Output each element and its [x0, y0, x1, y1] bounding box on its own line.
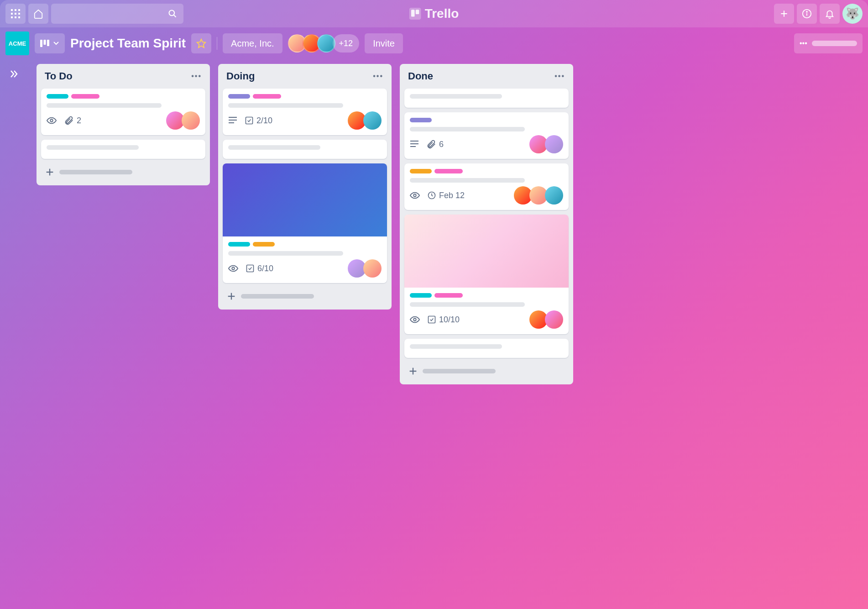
star-button[interactable]: [191, 33, 211, 53]
card[interactable]: 10/10: [404, 215, 569, 334]
topbar: Trello 🐺: [0, 0, 868, 27]
sidebar-expand-button[interactable]: [8, 68, 19, 79]
list-menu-button[interactable]: •••: [191, 72, 202, 80]
label-pill[interactable]: [410, 293, 432, 298]
add-card-button[interactable]: [404, 362, 569, 380]
list-menu-button[interactable]: •••: [554, 72, 565, 80]
search-icon: [168, 9, 177, 18]
svg-rect-1: [15, 9, 16, 11]
card[interactable]: [404, 89, 569, 108]
workspace-logo[interactable]: ACME: [5, 31, 29, 55]
label-pill[interactable]: [228, 94, 250, 99]
checklist-badge: 10/10: [427, 315, 460, 325]
label-pill[interactable]: [47, 94, 68, 99]
label-pill[interactable]: [71, 94, 99, 99]
card-members[interactable]: [529, 135, 563, 153]
list-title[interactable]: Doing: [226, 70, 255, 82]
create-button[interactable]: [774, 4, 794, 24]
card[interactable]: 2: [41, 89, 205, 135]
board-menu-button[interactable]: •••: [794, 33, 863, 53]
card-labels: [410, 118, 563, 122]
list[interactable]: Doing ••• 2/106/10: [218, 64, 392, 310]
board-title[interactable]: Project Team Spirit: [70, 36, 186, 51]
svg-point-23: [50, 119, 53, 122]
plus-icon: [408, 366, 418, 376]
card[interactable]: 2/10: [223, 89, 387, 135]
description-badge: [228, 116, 237, 125]
svg-rect-13: [416, 10, 419, 14]
label-pill[interactable]: [434, 293, 463, 298]
attachments-badge: 6: [426, 139, 444, 149]
member-avatar[interactable]: [363, 111, 382, 130]
member-avatar[interactable]: [545, 135, 563, 153]
member-avatar[interactable]: [363, 259, 382, 278]
board-icon: [40, 40, 49, 47]
notifications-button[interactable]: [820, 4, 840, 24]
svg-rect-31: [247, 265, 254, 272]
card-cover: [223, 163, 387, 236]
svg-rect-4: [15, 13, 16, 15]
trello-logo-icon: [409, 8, 421, 20]
svg-point-37: [413, 194, 416, 197]
svg-rect-8: [18, 16, 20, 18]
member-avatar[interactable]: [545, 186, 563, 205]
due-date-badge: Feb 12: [427, 191, 465, 200]
card-labels: [47, 94, 200, 99]
card[interactable]: [41, 140, 205, 159]
member-avatar[interactable]: [545, 310, 563, 329]
app-title: Trello: [409, 6, 459, 21]
svg-rect-20: [44, 40, 46, 45]
card[interactable]: 6: [404, 112, 569, 159]
card-members[interactable]: [348, 111, 382, 130]
label-pill[interactable]: [434, 169, 463, 173]
svg-point-9: [169, 10, 175, 16]
svg-point-39: [413, 318, 416, 321]
svg-rect-11: [409, 8, 421, 20]
search-input[interactable]: [51, 4, 183, 24]
card-labels: [228, 242, 382, 247]
card-members[interactable]: [348, 259, 382, 278]
label-pill[interactable]: [410, 118, 432, 122]
list[interactable]: Done ••• 6Feb 1210/10: [400, 64, 573, 384]
label-pill[interactable]: [410, 169, 432, 173]
info-icon: [802, 9, 812, 19]
home-button[interactable]: [28, 4, 48, 24]
apps-grid-icon: [11, 9, 20, 18]
svg-rect-7: [15, 16, 16, 18]
card-members[interactable]: [514, 186, 563, 205]
apps-button[interactable]: [5, 4, 26, 24]
label-pill[interactable]: [253, 242, 275, 247]
invite-button[interactable]: Invite: [365, 33, 403, 53]
user-avatar[interactable]: 🐺: [842, 4, 863, 24]
board-members[interactable]: +12: [288, 34, 360, 52]
card[interactable]: [223, 140, 387, 159]
label-pill[interactable]: [228, 242, 250, 247]
card[interactable]: [404, 339, 569, 358]
card-badges: 6/10: [228, 263, 273, 273]
svg-rect-21: [47, 40, 49, 46]
board-canvas[interactable]: To Do ••• 2 Doing ••• 2/106/10 Done ••• …: [0, 59, 868, 609]
add-card-button[interactable]: [223, 288, 387, 305]
attachments-badge: 2: [64, 116, 81, 126]
list-title[interactable]: To Do: [45, 70, 73, 82]
info-button[interactable]: [797, 4, 817, 24]
card-members[interactable]: [166, 111, 200, 130]
watch-badge: [47, 116, 57, 126]
card-cover: [404, 215, 569, 288]
extra-members-count[interactable]: +12: [333, 34, 360, 52]
card[interactable]: Feb 12: [404, 163, 569, 210]
card-members[interactable]: [529, 310, 563, 329]
board-view-selector[interactable]: [35, 33, 65, 53]
card[interactable]: 6/10: [223, 163, 387, 283]
org-button[interactable]: Acme, Inc.: [223, 33, 282, 53]
add-card-button[interactable]: [41, 163, 205, 181]
list-menu-button[interactable]: •••: [373, 72, 383, 80]
svg-rect-29: [246, 117, 253, 124]
list[interactable]: To Do ••• 2: [37, 64, 210, 185]
watch-badge: [228, 263, 238, 273]
member-avatar[interactable]: [182, 111, 200, 130]
svg-point-30: [232, 267, 235, 270]
label-pill[interactable]: [253, 94, 281, 99]
list-title[interactable]: Done: [408, 70, 433, 82]
svg-line-10: [174, 15, 176, 17]
